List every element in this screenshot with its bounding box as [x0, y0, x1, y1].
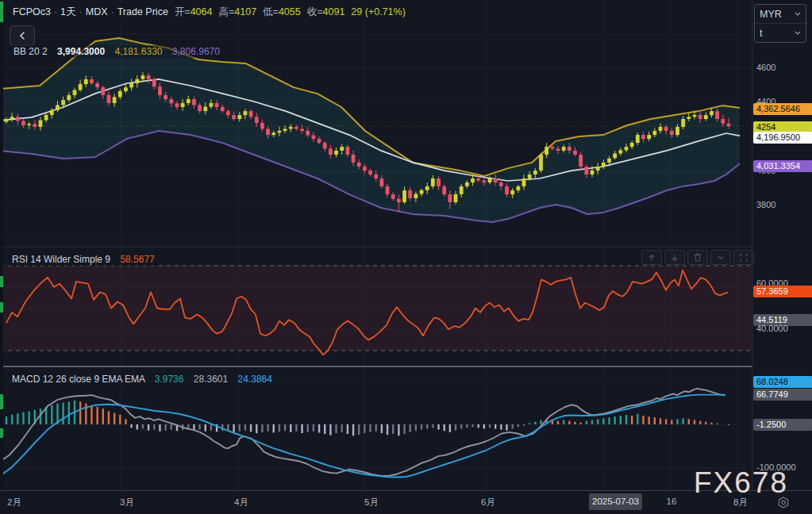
macd-hist-value: 3.9736	[155, 374, 184, 385]
bb-lower-price-badge: 4,031.3354	[753, 160, 812, 172]
open-label: 开=	[175, 6, 190, 17]
time-label: 4月	[234, 497, 248, 508]
bb-title: BB 20 2	[13, 46, 48, 57]
axis-unit-selector: MYR t	[754, 4, 806, 43]
bb-legend[interactable]: BB 20 2 3,994.3000 4,181.6330 3,806.9670	[10, 45, 224, 58]
trading-chart-window: FCPOc3·1天·MDX·Trade Price开=4064高=4107低=4…	[0, 0, 812, 514]
pane-collapse-button[interactable]	[710, 250, 731, 265]
interval-label[interactable]: 1天	[60, 6, 75, 17]
back-chevron-icon	[19, 32, 25, 40]
exchange-label: MDX	[86, 6, 108, 17]
time-label: 3月	[120, 497, 134, 508]
macd-line-badge: 66.7749	[753, 389, 812, 401]
arrow-up-icon	[648, 254, 656, 262]
time-label: 16	[667, 497, 677, 506]
low-label: 低=	[263, 6, 279, 17]
open-value: 4064	[190, 6, 213, 17]
close-value: 4091	[323, 6, 345, 17]
macd-line-value: 28.3601	[194, 374, 228, 385]
rsi-tick-40: 40.0000	[756, 324, 788, 333]
change-value: 29 (+0.71%)	[351, 6, 405, 17]
sidebar-mark	[0, 428, 3, 438]
crosshair-date-badge: 2025-07-03	[589, 493, 642, 510]
macd-hist-badge: -1.2500	[753, 419, 812, 431]
macd-legend[interactable]: MACD 12 26 close 9 EMA EMA 3.9736 28.360…	[8, 373, 276, 386]
rsi-title: RSI 14 Wilder Simple 9	[12, 254, 110, 265]
symbol-name[interactable]: FCPOc3	[13, 6, 51, 17]
collapse-chevrons-icon	[717, 254, 725, 262]
back-button[interactable]	[10, 25, 35, 46]
unit-dropdown[interactable]: t	[755, 23, 806, 42]
unit-label: t	[760, 28, 762, 39]
bb-lower-value: 3,806.9670	[172, 46, 220, 57]
chevron-down-icon	[795, 12, 801, 16]
trash-icon	[694, 253, 702, 262]
bb-basis-value: 3,994.3000	[57, 46, 105, 57]
time-label: 5月	[364, 497, 379, 508]
chevron-down-icon	[795, 31, 801, 35]
bb-upper-price-badge: 4,362.5646	[753, 103, 812, 115]
price-tick: 4600	[756, 63, 775, 72]
low-value: 4055	[279, 6, 301, 17]
sidebar-mark	[0, 302, 3, 313]
currency-label: MYR	[760, 9, 782, 20]
sidebar-mark	[0, 2, 3, 22]
left-sidebar-strip[interactable]	[0, 0, 3, 514]
high-value: 4107	[234, 6, 256, 17]
time-axis[interactable]: 2月 3月 4月 5月 6月 16 8月 2025-07-03	[0, 490, 812, 514]
close-label: 收=	[307, 6, 323, 17]
bb-upper-value: 4,181.6330	[114, 46, 162, 57]
time-label: 2月	[7, 497, 21, 508]
pane-move-up-button[interactable]	[641, 250, 662, 265]
time-label: 6月	[481, 497, 495, 508]
high-label: 高=	[218, 6, 234, 17]
maximize-icon	[740, 254, 748, 262]
rsi-value: 58.5677	[120, 254, 154, 265]
pane-move-down-button[interactable]	[664, 250, 685, 265]
bb-basis-price-badge: 4,196.9500	[753, 132, 812, 144]
pane-delete-button[interactable]	[687, 250, 708, 265]
watermark-fx678: FX678	[694, 466, 788, 500]
price-axis[interactable]: MYR t 4600 4400 4200 4000 3800 4,362.564…	[752, 0, 812, 514]
macd-title: MACD 12 26 close 9 EMA EMA	[12, 374, 144, 385]
macd-signal-badge: 68.0248	[753, 376, 812, 388]
macd-signal-value: 24.3864	[238, 374, 272, 385]
sidebar-mark	[0, 276, 3, 287]
series-type-label: Trade Price	[117, 6, 168, 17]
rsi-legend[interactable]: RSI 14 Wilder Simple 9 58.5677	[8, 253, 159, 266]
symbol-header: FCPOc3·1天·MDX·Trade Price开=4064高=4107低=4…	[10, 5, 409, 20]
sidebar-mark	[0, 394, 3, 409]
chart-plot-area[interactable]	[0, 0, 752, 490]
arrow-down-icon	[671, 254, 679, 262]
currency-dropdown[interactable]: MYR	[755, 5, 806, 23]
pane-controls	[641, 250, 754, 265]
price-tick: 3800	[756, 200, 775, 209]
rsi-value-badge: 57.3659	[753, 286, 812, 297]
